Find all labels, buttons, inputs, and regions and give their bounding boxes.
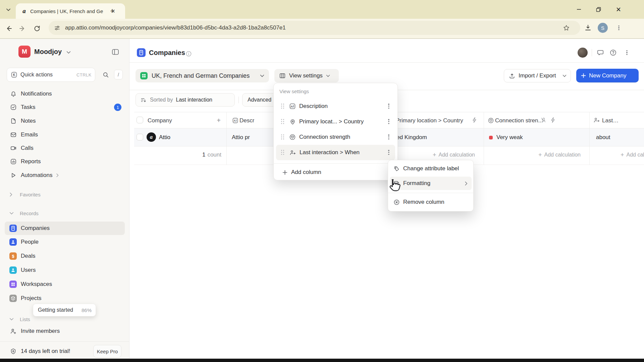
bookmark-star-icon[interactable] — [562, 24, 570, 32]
info-icon[interactable] — [185, 50, 192, 57]
row-checkbox[interactable] — [137, 134, 143, 140]
count-label: count — [207, 152, 221, 158]
cell-company-name[interactable]: Attio — [159, 134, 170, 141]
new-company-button[interactable]: New Company — [576, 69, 639, 82]
sort-value: Last interaction — [176, 97, 212, 103]
sidebar-item-users[interactable]: Users — [5, 263, 125, 277]
cell-last-interaction[interactable]: about — [596, 134, 610, 141]
header-menu-icon[interactable] — [625, 48, 629, 57]
sidebar-collapse-icon[interactable] — [111, 47, 120, 57]
sidebar-item-notes[interactable]: Notes — [5, 114, 124, 128]
sidebar-item-reports[interactable]: Reports — [5, 155, 124, 168]
user-avatar[interactable] — [578, 48, 588, 58]
forward-icon[interactable] — [18, 24, 27, 33]
x-circle-icon — [393, 199, 400, 205]
tab-search-chevron-icon[interactable] — [4, 5, 13, 14]
column-header-last-interaction[interactable]: Last interaction — [602, 117, 620, 124]
header-divider — [592, 49, 592, 56]
sidebar-item-companies[interactable]: Companies — [5, 222, 125, 235]
window-minimize-icon[interactable] — [572, 3, 586, 16]
browser-profile-avatar[interactable]: S — [598, 23, 608, 33]
menu-item-last-interaction[interactable]: Last interaction > When — [276, 145, 395, 160]
quick-actions-button[interactable]: K Quick actions CTRLK — [7, 68, 95, 82]
drag-handle-icon[interactable] — [281, 150, 284, 155]
sidebar-item-automations[interactable]: Automations — [5, 169, 124, 182]
sidebar-item-workspaces[interactable]: Workspaces — [5, 278, 125, 291]
drag-handle-icon[interactable] — [281, 134, 284, 140]
new-tab-icon[interactable]: + — [107, 6, 117, 16]
getting-started-button[interactable]: Getting started 86% — [33, 304, 96, 316]
sidebar-item-deals[interactable]: $ Deals — [5, 249, 125, 263]
window-restore-icon[interactable] — [592, 3, 605, 16]
drag-handle-icon[interactable] — [281, 104, 284, 109]
feedback-chat-icon[interactable] — [596, 49, 604, 57]
cell-connection-strength[interactable]: Very weak — [496, 134, 523, 141]
kebab-menu-icon[interactable] — [387, 118, 390, 125]
workspace-name[interactable]: Moodjoy — [34, 48, 62, 56]
sidebar-item-people[interactable]: People — [5, 235, 125, 249]
column-header-description[interactable]: Description — [239, 117, 254, 124]
menu-item-description[interactable]: A Description — [276, 99, 395, 114]
svg-text:A: A — [291, 105, 293, 108]
sidebar-item-calls[interactable]: Calls — [5, 141, 124, 155]
invite-members-button[interactable]: Invite members — [5, 324, 124, 338]
menu-item-primary-location[interactable]: Primary locat... > Country — [276, 114, 395, 129]
help-icon[interactable] — [609, 49, 617, 57]
trial-text: 14 days left on trial! — [21, 348, 70, 355]
cell-description[interactable]: Attio pr — [232, 134, 250, 141]
ai-text-icon: A — [232, 117, 238, 124]
context-item-change-label[interactable]: Change attribute label — [390, 162, 472, 175]
sidebar-item-tasks[interactable]: Tasks 1 — [5, 101, 124, 114]
view-settings-button[interactable]: View settings — [274, 69, 339, 82]
bottom-scrollbar[interactable] — [0, 359, 644, 362]
menu-item-connection-strength[interactable]: Connection strength — [276, 129, 395, 145]
workspace-chevron-icon[interactable] — [66, 50, 71, 55]
connection-status-dot — [489, 136, 493, 139]
site-settings-icon[interactable] — [53, 24, 61, 32]
url-bar[interactable]: app.attio.com/moodjoycorp/companies/view… — [49, 21, 580, 35]
view-selector[interactable]: UK, French and German Companies — [136, 69, 269, 82]
add-column-button[interactable]: Add column — [276, 166, 395, 179]
sorted-by-button[interactable]: Sorted by Last interaction — [136, 93, 235, 107]
unpin-icon[interactable] — [540, 117, 547, 123]
kebab-menu-icon[interactable] — [387, 149, 390, 156]
context-item-formatting[interactable]: Formatting — [390, 177, 472, 190]
keep-pro-button[interactable]: Keep Pro — [93, 345, 121, 358]
sidebar-item-emails[interactable]: Emails — [5, 128, 124, 141]
import-export-button[interactable]: Import / Export — [504, 69, 571, 82]
add-attribute-icon[interactable]: + — [215, 117, 222, 124]
sidebar-section-records[interactable]: Records — [9, 209, 120, 217]
column-header-company[interactable]: Company — [148, 117, 172, 124]
columns-icon — [279, 72, 286, 79]
import-export-icon — [508, 72, 515, 79]
window-close-icon[interactable]: ✕ — [612, 3, 625, 16]
menu-item-label: Last interaction > When — [300, 149, 360, 156]
chevron-right-icon — [465, 181, 468, 186]
context-item-remove-column[interactable]: Remove column — [390, 195, 472, 209]
plus-icon — [282, 170, 287, 175]
add-calculation-button[interactable]: + Add calculation — [413, 151, 475, 159]
column-border — [226, 112, 227, 165]
drag-handle-icon[interactable] — [281, 119, 284, 124]
browser-menu-icon[interactable] — [616, 23, 621, 32]
workspaces-icon — [9, 281, 17, 288]
download-icon[interactable] — [584, 23, 592, 32]
workspace-logo[interactable]: M — [18, 46, 31, 58]
kebab-menu-icon[interactable] — [387, 103, 390, 110]
select-all-checkbox[interactable] — [137, 117, 143, 123]
column-header-primary-location[interactable]: Primary location > Country — [396, 117, 463, 124]
sidebar-section-favorites[interactable]: Favorites — [9, 190, 120, 198]
url-text[interactable]: app.attio.com/moodjoycorp/companies/view… — [65, 24, 286, 31]
sidebar-item-projects[interactable]: Projects — [5, 292, 125, 305]
reload-icon[interactable] — [32, 24, 42, 33]
section-label: Lists — [20, 316, 30, 322]
kebab-menu-icon[interactable] — [387, 134, 390, 140]
back-icon[interactable] — [4, 24, 13, 33]
play-icon — [10, 172, 17, 179]
add-calculation-button[interactable]: + Add calculation — [621, 151, 644, 159]
column-header-connection-strength[interactable]: Connection stren... — [495, 117, 543, 124]
search-icon[interactable] — [102, 71, 110, 79]
sidebar-item-label: Tasks — [21, 104, 35, 111]
sidebar-item-notifications[interactable]: Notifications — [5, 87, 124, 101]
add-calculation-button[interactable]: + Add calculation — [518, 151, 581, 159]
